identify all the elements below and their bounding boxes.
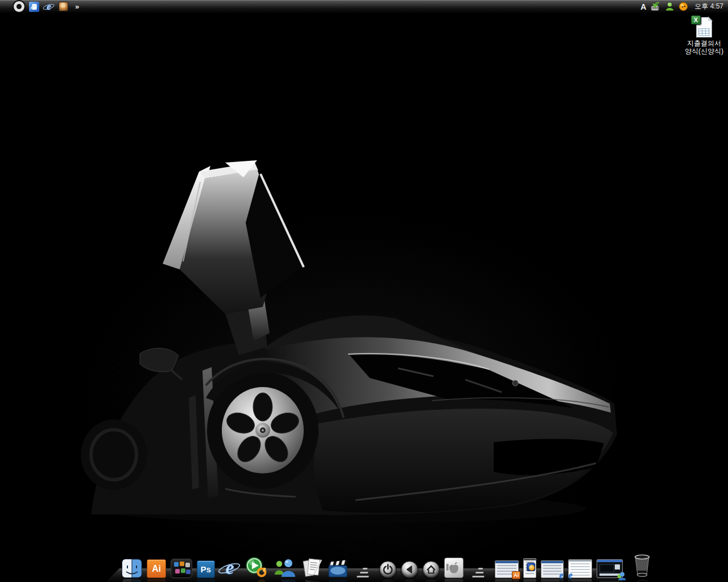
dock-items: Ai Ps e — [122, 552, 652, 578]
dock: Ai Ps e — [0, 548, 728, 582]
movie-maker-icon[interactable] — [328, 559, 348, 578]
orange-ball — [529, 565, 535, 571]
apple-logo-icon — [447, 560, 461, 575]
back-glyph — [403, 563, 416, 576]
shortcut-label-line1: 지출결의서 — [682, 40, 726, 48]
window-thumb-illustrator[interactable]: Ai — [495, 560, 519, 578]
internet-explorer-dock-icon[interactable]: e — [220, 558, 240, 578]
internet-explorer-icon[interactable]: e — [44, 2, 54, 12]
messenger-ball-badge — [527, 563, 535, 571]
mini-app-navy — [186, 569, 191, 574]
home-button[interactable] — [423, 561, 440, 578]
window-thumb-ie2[interactable]: e — [568, 559, 592, 578]
mini-app-orange — [180, 562, 184, 566]
finder-icon[interactable] — [122, 559, 142, 578]
page-fold — [708, 16, 713, 21]
apple-button[interactable] — [444, 558, 464, 578]
text-editor-icon[interactable] — [301, 558, 323, 578]
desktop-shortcut-excel[interactable]: X 지출결의서 양식(신양식) — [682, 17, 726, 55]
picture-thumbnail-icon[interactable] — [59, 2, 68, 11]
power-button[interactable] — [379, 561, 396, 578]
photoshop-icon[interactable]: Ps — [197, 560, 215, 578]
mini-app-pink — [175, 569, 180, 573]
shortcut-label: 지출결의서 양식(신양식) — [682, 40, 726, 55]
launcher-orb-icon[interactable] — [14, 1, 24, 12]
thumb-titlebar — [495, 561, 518, 563]
chat-avatar — [615, 564, 620, 569]
tray-clock: 오후 4:57 — [692, 2, 723, 11]
ime-indicator[interactable]: A — [640, 2, 646, 11]
latch-detail — [446, 564, 449, 571]
power-glyph — [382, 563, 394, 576]
window-thumb-messenger-chat[interactable] — [597, 559, 623, 578]
dock-stairs-separator — [357, 568, 371, 578]
chat-dark-pane — [599, 564, 614, 572]
back-button[interactable] — [401, 561, 418, 578]
buddy-badge — [616, 571, 626, 580]
illustrator-badge: Ai — [512, 571, 520, 579]
mail-glyph — [29, 2, 39, 12]
mail-icon[interactable] — [29, 2, 39, 12]
thumb-titlebar — [524, 559, 536, 560]
menubar-left-icons: e » — [0, 1, 78, 12]
overflow-chevron[interactable]: » — [75, 2, 78, 11]
window-thumb-contact-list[interactable] — [523, 558, 536, 578]
thumb-titlebar — [569, 560, 592, 562]
system-tray: A 오후 4:57 — [640, 2, 728, 11]
language-bar-icon[interactable] — [650, 2, 661, 11]
dock-stairs-separator — [472, 568, 486, 578]
orange-ball-icon[interactable] — [679, 2, 688, 11]
ie-badge: e — [557, 571, 566, 580]
shortcut-label-line2: 양식(신양식) — [682, 48, 726, 56]
wallpaper-lamborghini — [0, 0, 728, 582]
trash-icon[interactable] — [632, 552, 652, 578]
excel-file-icon: X — [696, 17, 712, 38]
menubar: e » A 오후 4:57 — [0, 0, 728, 14]
media-player-icon[interactable] — [245, 556, 268, 578]
messenger-status-icon[interactable] — [665, 2, 675, 11]
thumb-titlebar — [597, 560, 622, 562]
window-thumb-ie1[interactable]: e — [541, 560, 564, 578]
illustrator-icon[interactable]: Ai — [147, 559, 166, 578]
app-stack-icon[interactable] — [171, 559, 192, 578]
messenger-icon[interactable] — [273, 558, 297, 578]
home-glyph — [425, 563, 437, 576]
spreadsheet-grid — [698, 28, 710, 36]
ie-badge: e — [566, 571, 575, 580]
thumb-titlebar — [541, 561, 563, 563]
mini-app-blue — [174, 562, 179, 567]
excel-x-badge: X — [691, 15, 701, 24]
mini-app-green — [181, 568, 185, 573]
mini-app-gray — [185, 563, 190, 567]
